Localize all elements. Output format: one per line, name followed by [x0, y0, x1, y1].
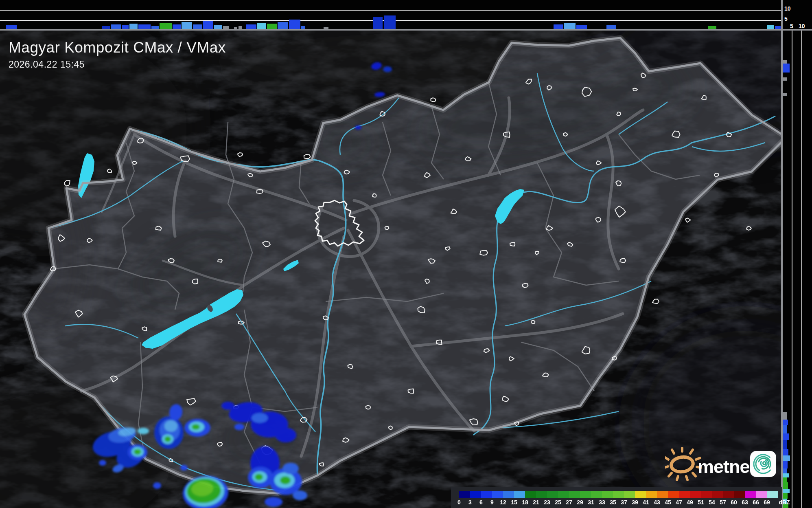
dbz-legend: 0369121518212325272931333537394143454749… — [451, 487, 782, 508]
legend-swatch — [602, 491, 613, 498]
legend-swatch — [635, 491, 646, 498]
radar-echo — [164, 420, 177, 432]
radar-map — [0, 30, 782, 508]
radar-echo — [280, 476, 291, 484]
legend-swatch — [470, 491, 481, 498]
radar-echo — [99, 460, 106, 466]
timestamp: 2026.04.22 15:45 — [9, 59, 226, 70]
profile-bar — [783, 455, 790, 461]
radar-echo — [282, 463, 299, 474]
top-axis-label-10: 10 — [784, 6, 791, 11]
profile-bar — [783, 493, 788, 499]
legend-swatch — [745, 491, 756, 498]
profile-bar — [783, 468, 787, 473]
radar-composite-app: 10 5 5 10 — [0, 0, 812, 508]
legend-swatch — [591, 491, 602, 498]
legend-swatch — [514, 491, 525, 498]
radar-echo — [252, 413, 268, 423]
legend-swatch — [459, 491, 470, 498]
radar-echo — [293, 490, 307, 500]
profile-bar — [783, 473, 789, 477]
legend-tick-label: 69 — [760, 499, 774, 506]
legend-swatch — [580, 491, 591, 498]
profile-bar — [783, 440, 787, 449]
legend-swatch — [492, 491, 503, 498]
legend-swatch — [569, 491, 580, 498]
profile-bar — [289, 20, 300, 29]
page-title: Magyar Kompozit CMax / VMax — [9, 39, 226, 56]
radar-echo — [164, 436, 171, 442]
radar-echo — [265, 497, 282, 507]
profile-bar — [783, 64, 790, 73]
legend-swatch — [712, 491, 723, 498]
right-height-profile-strip: 10 5 5 10 — [782, 0, 812, 508]
gridline-v-10km — [801, 30, 802, 508]
profile-bar — [129, 24, 138, 29]
profile-bar — [783, 489, 790, 493]
right-axis-label-10: 10 — [799, 23, 805, 29]
top-axis-label-5: 5 — [784, 16, 788, 22]
profile-bar — [182, 22, 192, 29]
legend-swatch — [525, 491, 536, 498]
gridline-v-5km — [792, 30, 792, 508]
legend-swatch — [679, 491, 690, 498]
gridline-10km — [0, 10, 782, 11]
legend-swatch — [558, 491, 569, 498]
profile-bar — [160, 23, 172, 29]
legend-swatch — [723, 491, 734, 498]
legend-swatch — [767, 491, 778, 498]
profile-bar — [257, 23, 266, 29]
profile-bar — [783, 477, 787, 482]
profile-bar — [203, 21, 213, 29]
profile-bar — [783, 482, 788, 489]
radar-echo — [134, 449, 141, 455]
profile-bar — [267, 24, 277, 29]
legend-swatch — [481, 491, 492, 498]
legend-swatch — [536, 491, 547, 498]
radar-echo — [275, 428, 296, 442]
legend-swatch — [613, 491, 624, 498]
legend-swatch — [701, 491, 712, 498]
vertical-divider — [781, 0, 783, 508]
profile-bar — [373, 17, 383, 29]
radar-echo — [355, 125, 361, 130]
profile-bar — [783, 420, 788, 425]
radar-echo — [234, 424, 244, 430]
legend-swatch — [646, 491, 657, 498]
profile-bar — [384, 15, 396, 29]
radar-echo — [383, 66, 392, 72]
legend-swatch — [503, 491, 514, 498]
legend-swatch — [756, 491, 767, 498]
radar-echo — [153, 482, 161, 489]
radar-echo — [180, 465, 188, 471]
legend-unit: dBZ — [777, 499, 791, 506]
metnet-logo[interactable]: metnet — [665, 447, 781, 483]
profile-bar — [783, 433, 789, 440]
profile-bar — [783, 93, 787, 96]
right-axis-label-5: 5 — [790, 23, 793, 29]
legend-swatch — [624, 491, 635, 498]
profile-bar — [783, 77, 787, 81]
metnet-app-icon — [750, 451, 777, 477]
radar-echo — [255, 474, 263, 480]
legend-swatch — [657, 491, 668, 498]
sun-icon — [665, 448, 701, 480]
radar-echo — [138, 428, 149, 434]
title-block: Magyar Kompozit CMax / VMax 2026.04.22 1… — [9, 39, 226, 70]
top-height-profile-strip — [0, 0, 782, 30]
radar-echo — [192, 424, 200, 430]
profile-bar — [783, 425, 787, 433]
profile-bar — [564, 23, 576, 29]
profile-bar — [783, 461, 788, 468]
profile-bar — [278, 22, 288, 29]
profile-bar — [783, 412, 787, 420]
legend-swatch — [690, 491, 701, 498]
profile-bar — [783, 449, 788, 455]
horizontal-divider — [0, 29, 812, 31]
profile-bar — [783, 60, 787, 64]
logo-text: metnet — [698, 456, 755, 477]
legend-swatch — [734, 491, 745, 498]
legend-swatch — [547, 491, 558, 498]
legend-swatch — [668, 491, 679, 498]
